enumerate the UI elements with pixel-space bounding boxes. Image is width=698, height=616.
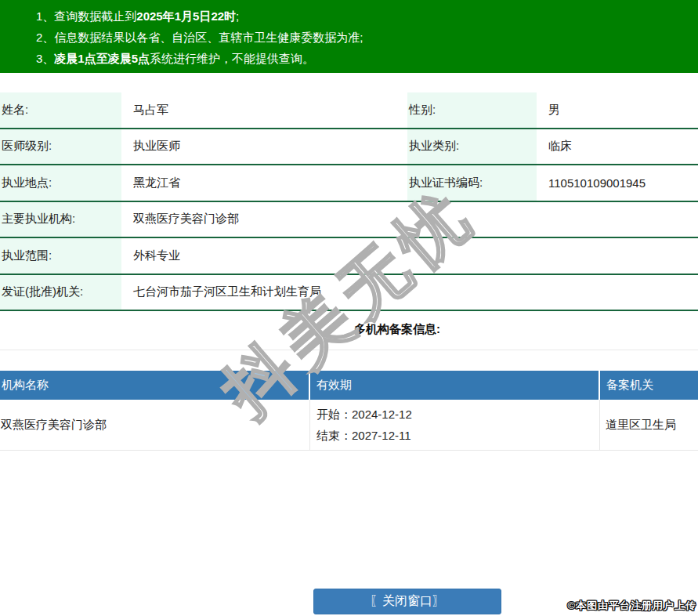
notice-number: 1、 — [36, 9, 54, 23]
notice-text: 查询数据截止到 — [54, 9, 136, 23]
notice-number: 2、 — [36, 31, 54, 44]
validity-start: 开始：2024-12-12 — [316, 404, 599, 425]
field-value-practice-location: 黑龙江省 — [121, 165, 407, 201]
validity-start-label: 开始： — [316, 408, 352, 421]
field-label-certificate-number: 执业证书编码: — [407, 165, 537, 201]
notice-text: ; — [236, 9, 239, 23]
cell-filing-authority: 道里区卫生局 — [600, 400, 698, 450]
info-row-practice-scope: 执业范围: 外科专业 — [0, 238, 698, 275]
field-value-practice-category: 临床 — [537, 129, 698, 165]
filing-table-row: 双燕医疗美容门诊部 开始：2024-12-12 结束：2027-12-11 道里… — [0, 400, 698, 451]
validity-end-date: 2027-12-11 — [352, 429, 411, 442]
practitioner-info-table: 姓名: 马占军 性别: 男 医师级别: 执业医师 执业类别: 临床 执业地点: … — [0, 92, 698, 311]
field-label-practice-location: 执业地点: — [0, 165, 121, 201]
field-label-doctor-level: 医师级别: — [0, 129, 121, 165]
info-row-name-gender: 姓名: 马占军 性别: 男 — [0, 92, 698, 129]
field-label-name: 姓名: — [0, 92, 121, 128]
notice-line-3: 3、凌晨1点至凌晨5点系统进行维护，不能提供查询。 — [36, 48, 690, 69]
info-row-issuing-authority: 发证(批准)机关: 七台河市茄子河区卫生和计划生育局 — [0, 275, 698, 312]
filing-section-title: 多机构备案信息: — [354, 322, 440, 337]
info-row-location-certno: 执业地点: 黑龙江省 执业证书编码: 110510109001945 — [0, 165, 698, 202]
notice-text: 信息数据结果以各省、自治区、直辖市卫生健康委数据为准; — [54, 31, 363, 44]
field-label-practice-category: 执业类别: — [407, 129, 537, 165]
field-label-main-institution: 主要执业机构: — [0, 202, 121, 237]
field-value-issuing-authority: 七台河市茄子河区卫生和计划生育局 — [121, 275, 698, 310]
field-value-practice-scope: 外科专业 — [121, 238, 698, 274]
notice-text-bold: 凌晨1点至凌晨5点 — [54, 52, 150, 65]
field-label-practice-scope: 执业范围: — [0, 238, 121, 274]
notice-banner: 1、查询数据截止到2025年1月5日22时; 2、信息数据结果以各省、自治区、直… — [0, 0, 698, 73]
filing-table: 机构名称 有效期 备案机关 双燕医疗美容门诊部 开始：2024-12-12 结束… — [0, 371, 698, 451]
field-value-certificate-number: 110510109001945 — [537, 165, 698, 201]
info-row-level-category: 医师级别: 执业医师 执业类别: 临床 — [0, 129, 698, 166]
column-header-filing-authority: 备案机关 — [600, 371, 698, 400]
cell-org-name: 双燕医疗美容门诊部 — [0, 400, 310, 450]
validity-end: 结束：2027-12-11 — [316, 425, 599, 446]
field-label-gender: 性别: — [407, 92, 537, 128]
field-value-main-institution: 双燕医疗美容门诊部 — [121, 202, 698, 237]
notice-line-2: 2、信息数据结果以各省、自治区、直辖市卫生健康委数据为准; — [36, 27, 690, 48]
info-row-main-institution: 主要执业机构: 双燕医疗美容门诊部 — [0, 202, 698, 239]
field-value-name: 马占军 — [121, 92, 407, 128]
validity-start-date: 2024-12-12 — [352, 408, 412, 421]
column-header-org-name: 机构名称 — [0, 371, 310, 400]
column-header-validity: 有效期 — [310, 371, 600, 400]
notice-text-bold: 2025年1月5日22时 — [136, 9, 236, 23]
notice-number: 3、 — [36, 52, 54, 65]
notice-text: 系统进行维护，不能提供查询。 — [150, 52, 314, 65]
filing-section: 多机构备案信息: — [0, 311, 698, 350]
field-value-doctor-level: 执业医师 — [121, 129, 407, 165]
validity-end-label: 结束： — [316, 429, 352, 442]
notice-line-1: 1、查询数据截止到2025年1月5日22时; — [36, 5, 690, 27]
close-window-button[interactable]: 〖关闭窗口〗 — [313, 589, 501, 614]
filing-table-header: 机构名称 有效期 备案机关 — [0, 371, 698, 400]
field-label-issuing-authority: 发证(批准)机关: — [0, 275, 121, 310]
cell-validity: 开始：2024-12-12 结束：2027-12-11 — [310, 400, 600, 450]
copyright-watermark: ©本图由平台注册用户上传 — [567, 599, 696, 613]
field-value-gender: 男 — [537, 92, 698, 128]
